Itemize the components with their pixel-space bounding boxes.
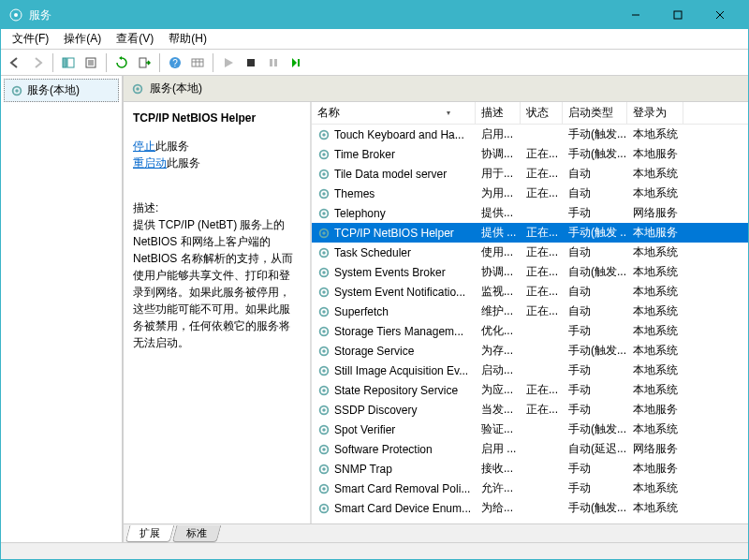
svg-point-54 xyxy=(322,389,326,392)
menu-help[interactable]: 帮助(H) xyxy=(161,29,214,49)
service-row[interactable]: Smart Card Removal Poli...允许...手动本地系统 xyxy=(312,479,748,498)
svg-rect-7 xyxy=(67,58,74,67)
nav-services-local[interactable]: 服务(本地) xyxy=(4,79,119,102)
service-row[interactable]: TCP/IP NetBIOS Helper提供 ...正在...手动(触发 ..… xyxy=(312,223,748,243)
start-service-button[interactable] xyxy=(218,52,239,73)
cell-desc: 提供... xyxy=(476,204,521,222)
service-row[interactable]: Storage Service为存...手动(触发...本地系统 xyxy=(312,341,748,361)
menu-view[interactable]: 查看(V) xyxy=(109,29,161,49)
svg-point-58 xyxy=(322,428,326,432)
cell-desc: 协调... xyxy=(476,145,521,163)
stop-link[interactable]: 停止 xyxy=(133,140,155,153)
cell-start: 手动 xyxy=(563,381,627,399)
services-icon xyxy=(131,82,144,96)
service-icon xyxy=(317,187,330,200)
cell-desc: 提供 ... xyxy=(476,224,521,242)
service-row[interactable]: Still Image Acquisition Ev...启动...手动本地系统 xyxy=(312,361,748,380)
properties-button[interactable] xyxy=(81,52,101,73)
menubar: 文件(F) 操作(A) 查看(V) 帮助(H) xyxy=(1,29,748,50)
cell-logon: 本地系统 xyxy=(627,243,683,261)
cell-name: System Event Notificatio... xyxy=(312,285,476,300)
cell-logon: 本地服务 xyxy=(627,401,683,419)
tab-extended-label: 扩展 xyxy=(140,526,160,540)
stop-service-line: 停止此服务 xyxy=(133,138,301,155)
col-logon[interactable]: 登录为 xyxy=(627,102,683,124)
service-row[interactable]: Storage Tiers Managem...优化...手动本地系统 xyxy=(312,321,748,341)
col-status[interactable]: 状态 xyxy=(521,102,563,124)
service-row[interactable]: Smart Card Device Enum...为给...手动(触发...本地… xyxy=(312,498,748,518)
tab-extended[interactable]: 扩展 xyxy=(125,525,175,542)
help-button[interactable]: ? xyxy=(165,52,185,73)
service-row[interactable]: Tile Data model server用于...正在...自动本地系统 xyxy=(312,164,748,184)
service-icon xyxy=(317,482,330,495)
cell-desc: 监视... xyxy=(476,283,521,301)
svg-rect-22 xyxy=(298,59,300,66)
close-button[interactable] xyxy=(698,1,741,29)
cell-name: State Repository Service xyxy=(312,383,476,398)
maximize-button[interactable] xyxy=(656,1,698,29)
restart-link[interactable]: 重启动 xyxy=(133,156,167,169)
service-icon xyxy=(317,364,330,377)
cell-desc: 用于... xyxy=(476,165,521,183)
forward-button[interactable] xyxy=(27,52,48,73)
svg-point-50 xyxy=(322,349,326,353)
service-icon xyxy=(317,384,330,397)
svg-rect-19 xyxy=(247,59,255,66)
service-icon xyxy=(317,345,330,358)
service-row[interactable]: Time Broker协调...正在...手动(触发...本地服务 xyxy=(312,144,748,164)
service-icon xyxy=(317,168,330,181)
svg-point-62 xyxy=(322,467,326,471)
col-desc[interactable]: 描述 xyxy=(476,102,521,124)
cell-status xyxy=(521,468,563,470)
cell-desc: 验证... xyxy=(476,420,521,438)
menu-file[interactable]: 文件(F) xyxy=(5,29,56,49)
service-row[interactable]: SNMP Trap接收...手动本地服务 xyxy=(312,459,748,479)
content-header-label: 服务(本地) xyxy=(150,81,202,96)
col-start[interactable]: 启动类型 xyxy=(563,102,627,124)
nav-label: 服务(本地) xyxy=(27,82,80,98)
service-row[interactable]: SSDP Discovery当发...正在...手动本地服务 xyxy=(312,400,748,420)
service-row[interactable]: System Event Notificatio...监视...正在...自动本… xyxy=(312,282,748,302)
back-button[interactable] xyxy=(5,52,25,73)
tab-standard[interactable]: 标准 xyxy=(172,525,222,542)
service-row[interactable]: Superfetch维护...正在...自动本地系统 xyxy=(312,302,748,321)
svg-rect-3 xyxy=(674,11,682,19)
cell-name: Superfetch xyxy=(312,304,476,319)
service-row[interactable]: Spot Verifier验证...手动(触发...本地系统 xyxy=(312,420,748,439)
refresh-button[interactable] xyxy=(111,52,132,73)
grid-button[interactable] xyxy=(187,52,208,73)
sort-desc-icon: ▾ xyxy=(447,109,450,117)
statusbar xyxy=(1,542,748,560)
service-row[interactable]: Telephony提供...手动网络服务 xyxy=(312,203,748,223)
cell-name: Smart Card Device Enum... xyxy=(312,501,476,516)
service-row[interactable]: Touch Keyboard and Ha...启用...手动(触发...本地系… xyxy=(312,125,748,144)
svg-rect-12 xyxy=(140,58,146,67)
cell-logon: 本地系统 xyxy=(627,381,683,399)
service-row[interactable]: Task Scheduler使用...正在...自动本地系统 xyxy=(312,243,748,262)
svg-point-38 xyxy=(322,231,326,235)
col-name[interactable]: 名称▾ xyxy=(312,102,476,124)
cell-start: 自动(触发... xyxy=(563,263,627,281)
cell-status xyxy=(521,429,563,431)
service-list[interactable]: 名称▾ 描述 状态 启动类型 登录为 Touch Keyboard and Ha… xyxy=(311,102,748,523)
cell-start: 手动(触发... xyxy=(563,499,627,517)
service-row[interactable]: System Events Broker协调...正在...自动(触发...本地… xyxy=(312,262,748,282)
cell-logon: 本地系统 xyxy=(627,302,683,320)
service-row[interactable]: Software Protection启用 ...自动(延迟...网络服务 xyxy=(312,439,748,459)
service-icon xyxy=(317,246,330,259)
cell-desc: 维护... xyxy=(476,302,521,320)
menu-action[interactable]: 操作(A) xyxy=(56,29,109,49)
cell-name: Task Scheduler xyxy=(312,245,476,260)
pause-service-button[interactable] xyxy=(263,52,284,73)
stop-service-button[interactable] xyxy=(241,52,261,73)
minimize-button[interactable] xyxy=(614,1,656,29)
show-hide-tree-button[interactable] xyxy=(58,52,79,73)
svg-point-64 xyxy=(322,487,326,491)
export-button[interactable] xyxy=(134,52,154,73)
desc-text: 提供 TCP/IP (NetBT) 服务上的 NetBIOS 和网络上客户端的 … xyxy=(133,216,301,351)
restart-service-button[interactable] xyxy=(286,52,306,73)
service-row[interactable]: Themes为用...正在...自动本地系统 xyxy=(312,184,748,203)
cell-status xyxy=(521,134,563,136)
cell-status: 正在... xyxy=(521,381,563,399)
service-row[interactable]: State Repository Service为应...正在...手动本地系统 xyxy=(312,380,748,400)
